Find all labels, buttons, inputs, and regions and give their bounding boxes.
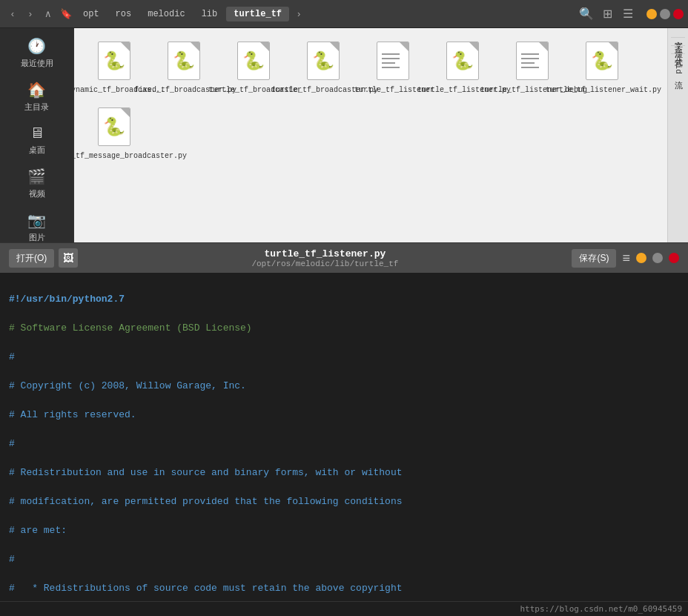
sidebar-item-recent[interactable]: 🕐 最近使用 — [0, 31, 73, 75]
middle-section: 🕐 最近使用 🏠 主目录 🖥 桌面 🎬 视频 📷 图片 📄 文档 — [0, 28, 688, 243]
sidebar-label-photos: 图片 — [29, 232, 45, 243]
photo-icon: 📷 — [27, 211, 46, 230]
code-line-3: # — [9, 351, 15, 362]
status-bar: https://blog.csdn.net/m0_60945459 — [0, 601, 688, 616]
window-minimize-btn[interactable] — [646, 9, 657, 19]
code-line-5: # All rights reserved. — [9, 409, 136, 420]
file-item-tf-broadcaster-py[interactable]: 🐍 turtle_tf_broadcaster.py — [292, 37, 357, 99]
right-panel-btn-flow[interactable]: nid流 — [671, 57, 685, 76]
window-maximize-btn[interactable] — [660, 9, 670, 19]
file-label-tf-listener-wait: turtle_tf_listener_wait.py — [546, 86, 661, 94]
file-icon-tf-listener-debug — [516, 42, 552, 83]
file-browser: 🐍 dynamic_tf_broadcas... 🐍 fixed_tf_broa… — [74, 28, 667, 242]
view-options-button[interactable]: ⊞ — [598, 4, 617, 24]
editor-minimize-btn[interactable] — [636, 253, 646, 263]
tab-turtle-tf[interactable]: turtle_tf — [226, 7, 289, 21]
sidebar-label-recent: 最近使用 — [21, 58, 53, 69]
file-grid: 🐍 dynamic_tf_broadcas... 🐍 fixed_tf_broa… — [74, 28, 667, 173]
code-line-9: # are met: — [9, 525, 67, 536]
clock-icon: 🕐 — [27, 37, 46, 56]
nav-bookmark-button[interactable]: 🔖 — [58, 6, 74, 22]
editor-titlebar: 打开(O) 🖼 turtle_tf_listener.py /opt/ros/m… — [0, 243, 688, 273]
code-line-2: # Software License Agreement (BSD Licens… — [9, 322, 252, 334]
right-panel-btn-text[interactable]: 文字 — [671, 33, 685, 38]
sidebar-label-desktop: 桌面 — [29, 145, 45, 156]
editor-file-info: turtle_tf_listener.py /opt/ros/melodic/l… — [251, 248, 398, 268]
right-panel: 文字 注册 公式 nid流 — [667, 28, 688, 242]
file-icon-tf-broadcaster: 🐍 — [237, 42, 273, 83]
window-close-btn[interactable] — [673, 9, 684, 19]
nav-back-button[interactable]: ‹ — [4, 6, 21, 22]
search-button[interactable]: 🔍 — [577, 4, 596, 24]
sidebar-label-home: 主目录 — [24, 102, 49, 113]
top-nav-bar: ‹ › ∧ 🔖 opt ros melodic lib turtle_tf › … — [0, 0, 688, 28]
code-editor[interactable]: #!/usr/bin/python2.7 # Software License … — [0, 273, 688, 601]
tab-more-button[interactable]: › — [291, 6, 307, 22]
code-line-1: #!/usr/bin/python2.7 — [9, 294, 125, 305]
code-line-11: # * Redistributions of source code must … — [9, 583, 403, 594]
sidebar-item-desktop[interactable]: 🖥 桌面 — [0, 119, 73, 162]
code-line-4: # Copyright (c) 2008, Willow Garage, Inc… — [9, 380, 246, 391]
code-line-10: # — [9, 554, 15, 565]
tab-lib[interactable]: lib — [194, 7, 225, 21]
editor-open-btn-area: 打开(O) 🖼 — [9, 248, 78, 268]
editor-filename: turtle_tf_listener.py — [264, 248, 386, 259]
sidebar-label-video: 视频 — [29, 188, 45, 199]
file-icon-tf-message-broadcaster: 🐍 — [98, 107, 133, 149]
open-button[interactable]: 打开(O) — [9, 249, 54, 268]
code-line-8: # modification, are permitted provided t… — [9, 496, 403, 507]
file-icon-tf-broadcaster-py: 🐍 — [307, 42, 343, 83]
file-item-tf-message-broadcaster[interactable]: 🐍 turtle_tf_message_broadcaster.py — [83, 103, 148, 165]
tab-ros[interactable]: ros — [108, 7, 139, 21]
nav-up-button[interactable]: ∧ — [40, 6, 56, 22]
right-panel-btn-register[interactable]: 注册 — [671, 41, 685, 46]
page-container: ‹ › ∧ 🔖 opt ros melodic lib turtle_tf › … — [0, 0, 688, 616]
editor-close-btn[interactable] — [669, 253, 679, 263]
save-button[interactable]: 保存(S) — [572, 249, 616, 268]
file-icon-tf-listener — [377, 42, 412, 83]
video-icon: 🎬 — [27, 168, 46, 186]
sidebar-item-home[interactable]: 🏠 主目录 — [0, 75, 73, 119]
editor-filepath: /opt/ros/melodic/lib/turtle_tf — [251, 259, 398, 268]
sidebar: 🕐 最近使用 🏠 主目录 🖥 桌面 🎬 视频 📷 图片 📄 文档 — [0, 28, 74, 242]
right-panel-btn-formula[interactable]: 公式 — [671, 49, 685, 54]
code-line-6: # — [9, 438, 15, 449]
file-icon-tf-listener-wait: 🐍 — [586, 42, 621, 83]
file-icon-fixed-tf: 🐍 — [168, 42, 203, 83]
file-label-tf-message-broadcaster: turtle_tf_message_broadcaster.py — [74, 152, 187, 160]
code-line-7: # Redistribution and use in source and b… — [9, 467, 403, 478]
file-icon-dynamic-tf: 🐍 — [98, 42, 133, 83]
menu-button[interactable]: ☰ — [618, 4, 638, 24]
nav-forward-button[interactable]: › — [22, 6, 39, 22]
editor-restore-btn[interactable] — [652, 253, 663, 263]
file-icon-tf-listener-py: 🐍 — [446, 42, 482, 83]
tab-opt[interactable]: opt — [76, 7, 107, 21]
editor-action-btns: 保存(S) ≡ — [572, 249, 679, 268]
home-icon: 🏠 — [27, 81, 46, 99]
tab-melodic[interactable]: melodic — [140, 7, 192, 21]
sidebar-item-video[interactable]: 🎬 视频 — [0, 162, 73, 205]
status-url: https://blog.csdn.net/m0_60945459 — [520, 604, 682, 614]
desktop-icon: 🖥 — [30, 125, 44, 142]
file-item-tf-listener-wait[interactable]: 🐍 turtle_tf_listener_wait.py — [571, 37, 636, 99]
editor-menu-button[interactable]: ≡ — [622, 251, 630, 266]
open-image-button[interactable]: 🖼 — [59, 248, 78, 268]
